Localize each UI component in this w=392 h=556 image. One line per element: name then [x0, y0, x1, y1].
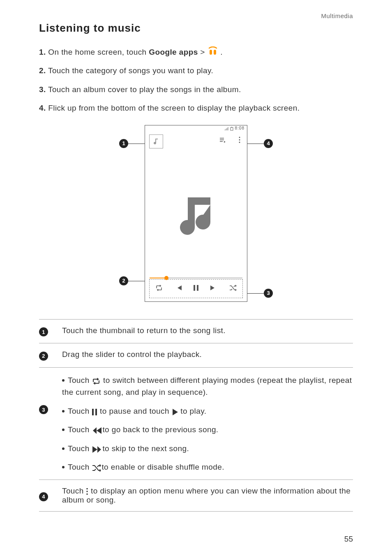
- next-icon[interactable]: [210, 285, 219, 291]
- step-3: 3. Touch an album cover to play the song…: [39, 83, 353, 95]
- page-number: 55: [344, 535, 353, 544]
- repeat-icon[interactable]: [155, 285, 163, 291]
- previous-icon[interactable]: [173, 285, 182, 291]
- step-number: 4.: [39, 104, 46, 112]
- queue-icon[interactable]: [219, 137, 226, 144]
- callout-3: 3: [264, 289, 273, 298]
- battery-icon: [230, 127, 233, 131]
- text: to pause and touch: [100, 407, 172, 415]
- steps-list: 1. On the home screen, touch Google apps…: [39, 46, 353, 114]
- text: Touch: [68, 444, 92, 453]
- svg-rect-2: [231, 127, 233, 130]
- list-item: Touch to go back to the previous song.: [62, 424, 353, 436]
- page-title: Listening to music: [39, 22, 353, 35]
- shuffle-icon: [92, 464, 101, 472]
- table-row: 2 Drag the slider to control the playbac…: [39, 343, 353, 368]
- list-item: Touch to switch between different playin…: [62, 374, 353, 398]
- section-header: Multimedia: [39, 12, 353, 19]
- text: to enable or disable shuffle mode.: [101, 463, 224, 471]
- svg-rect-13: [87, 493, 88, 495]
- album-art-placeholder: [145, 150, 247, 278]
- step-text: Touch the category of songs you want to …: [48, 66, 213, 75]
- text: Touch: [68, 463, 92, 471]
- svg-point-5: [239, 139, 240, 140]
- note-icon: [169, 187, 223, 241]
- more-icon[interactable]: [239, 136, 240, 144]
- previous-icon: [92, 427, 102, 434]
- text: Touch: [68, 407, 92, 415]
- playback-figure: 1 4 2 3 8:08: [145, 125, 247, 302]
- callout-badge-1: 1: [39, 327, 48, 336]
- step-text: >: [198, 48, 208, 56]
- text: to go back to the previous song.: [102, 425, 218, 434]
- callout-table: 1 Touch the thumbnail to return to the s…: [39, 319, 353, 512]
- list-item: Touch to skip to the next song.: [62, 442, 353, 454]
- player-topbar: [145, 133, 247, 149]
- callout-2: 2: [119, 276, 128, 285]
- controls-bullet-list: Touch to switch between different playin…: [62, 374, 353, 473]
- pause-icon[interactable]: [193, 285, 199, 291]
- step-1: 1. On the home screen, touch Google apps…: [39, 46, 353, 58]
- svg-rect-11: [87, 488, 88, 489]
- text: Touch: [68, 425, 92, 434]
- step-text: Flick up from the bottom of the screen t…: [48, 104, 300, 112]
- svg-rect-7: [194, 285, 195, 291]
- callout-1: 1: [119, 139, 128, 148]
- step-number: 2.: [39, 66, 46, 75]
- google-apps-label: Google apps: [149, 48, 198, 56]
- callout-badge-4: 4: [39, 492, 48, 501]
- album-thumbnail[interactable]: [149, 134, 163, 148]
- more-icon: [86, 487, 88, 496]
- text: Touch: [68, 376, 92, 385]
- callout-badge-3: 3: [39, 405, 48, 414]
- callout-4: 4: [264, 139, 273, 148]
- svg-rect-8: [197, 285, 198, 291]
- svg-rect-1: [214, 50, 216, 55]
- list-item: Touch to enable or disable shuffle mode.: [62, 461, 353, 473]
- svg-point-4: [239, 137, 240, 138]
- step-number: 1.: [39, 48, 46, 56]
- step-number: 3.: [39, 85, 46, 94]
- slider-fill: [150, 278, 166, 278]
- svg-rect-0: [210, 50, 212, 55]
- play-icon: [172, 408, 178, 416]
- repeat-icon: [92, 378, 101, 385]
- next-icon: [92, 446, 102, 453]
- clock-text: 8:08: [235, 126, 244, 130]
- table-row: 1 Touch the thumbnail to return to the s…: [39, 319, 353, 343]
- step-text: On the home screen, touch: [48, 48, 149, 56]
- step-4: 4. Flick up from the bottom of the scree…: [39, 102, 353, 114]
- progress-slider[interactable]: [150, 276, 242, 280]
- text: Touch: [62, 486, 86, 495]
- signal-icon: [224, 127, 228, 131]
- table-row: 3 Touch to switch between different play…: [39, 367, 353, 480]
- text: to skip to the next song.: [102, 444, 189, 453]
- svg-rect-10: [95, 409, 97, 415]
- pause-icon: [92, 408, 97, 416]
- player-controls: [149, 279, 243, 298]
- slider-thumb[interactable]: [164, 276, 168, 280]
- step-2: 2. Touch the category of songs you want …: [39, 65, 353, 76]
- callout-4-text: Touch to display an option menu where yo…: [62, 480, 353, 512]
- callout-2-text: Drag the slider to control the playback.: [62, 343, 353, 368]
- svg-rect-12: [87, 491, 88, 492]
- svg-rect-3: [231, 127, 232, 127]
- music-app-icon: [208, 46, 218, 57]
- phone-frame: 8:08: [145, 125, 247, 302]
- text: to switch between different playing mode…: [62, 376, 352, 396]
- note-icon: [152, 137, 160, 146]
- table-row: 4 Touch to display an option menu where …: [39, 480, 353, 512]
- text: to play.: [180, 407, 206, 415]
- step-text: .: [218, 48, 223, 56]
- callout-badge-2: 2: [39, 352, 48, 361]
- shuffle-icon[interactable]: [229, 285, 237, 291]
- svg-rect-9: [92, 409, 94, 415]
- list-item: Touch to pause and touch to play.: [62, 405, 353, 417]
- text: to display an option menu where you can …: [62, 486, 350, 504]
- status-bar: 8:08: [145, 125, 247, 133]
- svg-point-6: [239, 141, 240, 143]
- callout-1-text: Touch the thumbnail to return to the son…: [62, 319, 353, 343]
- step-text: Touch an album cover to play the songs i…: [48, 85, 241, 94]
